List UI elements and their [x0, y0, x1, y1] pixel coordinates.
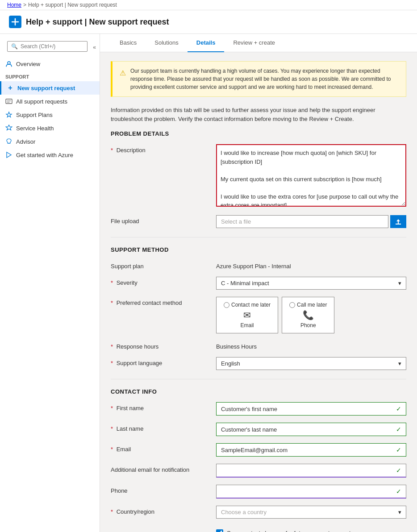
first-name-row: * First name Customer's first name ✓ [111, 402, 406, 416]
first-name-control: Customer's first name ✓ [216, 402, 406, 416]
phone-input[interactable]: ✓ [216, 485, 406, 499]
sidebar-item-new-support-label: New support request [17, 85, 75, 91]
contact-email-sublabel: Email [241, 322, 254, 328]
file-browse-button[interactable] [390, 215, 406, 228]
first-name-required-star: * [111, 405, 113, 411]
last-name-check-icon: ✓ [396, 426, 401, 433]
response-hours-required-star: * [111, 343, 113, 350]
file-upload-label: File upload [111, 215, 209, 224]
support-language-row: * Support language English ▾ [111, 357, 406, 370]
sidebar-item-get-started-label: Get started with Azure [16, 152, 73, 158]
sidebar-item-service-health-label: Service Health [16, 125, 54, 132]
breadcrumb-home[interactable]: Home [7, 2, 21, 8]
last-name-input[interactable]: Customer's last name ✓ [216, 423, 406, 436]
save-contact-row: Save contact changes for future support … [111, 526, 406, 532]
save-contact-control: Save contact changes for future support … [216, 526, 406, 532]
country-control: Choose a country ▾ [216, 506, 406, 519]
file-upload-input-row: Select a file [216, 215, 406, 228]
support-language-chevron-icon: ▾ [398, 360, 401, 367]
phone-label: Phone [111, 485, 209, 494]
file-placeholder: Select a file [221, 218, 251, 225]
contact-phone-card[interactable]: Call me later 📞 Phone [282, 297, 334, 333]
last-name-value: Customer's last name [221, 426, 277, 433]
sidebar-item-get-started[interactable]: Get started with Azure [0, 148, 100, 162]
file-upload-control: Select a file [216, 215, 406, 228]
severity-dropdown[interactable]: C - Minimal impact ▾ [216, 277, 406, 290]
country-dropdown[interactable]: Choose a country ▾ [216, 506, 406, 519]
email-control: SampleEmail@gmail.com ✓ [216, 443, 406, 457]
file-upload-row: File upload Select a file [111, 215, 406, 228]
support-language-dropdown[interactable]: English ▾ [216, 357, 406, 370]
last-name-required-star: * [111, 425, 113, 432]
search-box[interactable]: 🔍 [7, 41, 88, 52]
advisor-icon [5, 138, 13, 145]
main-content: Basics Solutions Details Review + create… [100, 34, 417, 532]
contact-email-card[interactable]: Contact me later ✉ Email [216, 297, 278, 333]
email-value: SampleEmail@gmail.com [221, 447, 288, 453]
service-health-icon [5, 125, 13, 132]
description-row: * Description I would like to increase [… [111, 144, 406, 208]
save-contact-label: Save contact changes for future support … [227, 530, 355, 532]
support-plan-value: Azure Support Plan - Internal [216, 260, 406, 270]
country-row: * Country/region Choose a country ▾ [111, 506, 406, 519]
additional-email-row: Additional email for notification ✓ [111, 464, 406, 478]
tab-details[interactable]: Details [188, 34, 225, 52]
get-started-icon [5, 151, 13, 158]
page-title: Help + support | New support request [26, 17, 169, 27]
section-divider-1 [111, 237, 406, 237]
sidebar-item-advisor-label: Advisor [16, 138, 35, 145]
sidebar-item-overview[interactable]: Overview [0, 57, 100, 71]
contact-phone-radio[interactable] [289, 302, 295, 308]
sidebar-collapse-button[interactable]: « [93, 44, 96, 50]
email-required-star: * [111, 446, 113, 453]
sidebar-item-support-plans[interactable]: Support Plans [0, 108, 100, 121]
country-chevron-icon: ▾ [398, 509, 401, 515]
sidebar-item-advisor[interactable]: Advisor [0, 135, 100, 148]
tabs: Basics Solutions Details Review + create [100, 34, 417, 52]
email-icon: ✉ [243, 310, 251, 320]
search-input[interactable] [21, 43, 83, 50]
contact-email-later-label: Contact me later [231, 302, 271, 308]
first-name-check-icon: ✓ [396, 405, 401, 412]
phone-check-icon: ✓ [396, 488, 401, 495]
contact-info-header: CONTACT INFO [111, 388, 406, 395]
section-divider-2 [111, 379, 406, 379]
contact-call-later-label: Call me later [297, 302, 327, 308]
tab-review-create[interactable]: Review + create [224, 34, 284, 52]
phone-row: Phone ✓ [111, 485, 406, 499]
first-name-label: * First name [111, 402, 209, 411]
sidebar-item-new-support[interactable]: + New support request [0, 81, 100, 95]
breadcrumb-current: Help + support | New support request [28, 2, 117, 8]
additional-email-check-icon: ✓ [396, 467, 401, 474]
severity-value: C - Minimal impact [221, 280, 269, 287]
new-support-icon: + [7, 84, 14, 91]
save-contact-checkbox[interactable] [216, 529, 223, 532]
country-required-star: * [111, 508, 113, 515]
contact-email-radio[interactable] [224, 302, 229, 308]
contact-method-control: Contact me later ✉ Email Call me later 📞 [216, 297, 406, 333]
alert-box: ⚠ Our support team is currently handling… [111, 61, 406, 97]
svg-point-0 [8, 62, 10, 64]
response-hours-label: * Response hours [111, 341, 209, 350]
description-textarea[interactable]: I would like to increase [how much quota… [216, 144, 406, 207]
last-name-control: Customer's last name ✓ [216, 423, 406, 436]
sidebar-item-service-health[interactable]: Service Health [0, 121, 100, 135]
additional-email-label: Additional email for notification [111, 464, 209, 473]
support-language-control: English ▾ [216, 357, 406, 370]
page-header-icon [9, 16, 21, 28]
email-label: * Email [111, 443, 209, 453]
tab-solutions[interactable]: Solutions [146, 34, 187, 52]
contact-method-label: * Preferred contact method [111, 297, 209, 306]
tab-basics[interactable]: Basics [111, 34, 146, 52]
description-label: * Description [111, 144, 209, 154]
alert-text: Our support team is currently handling a… [130, 67, 399, 91]
sidebar-item-all-support[interactable]: All support requests [0, 95, 100, 108]
additional-email-input[interactable]: ✓ [216, 464, 406, 478]
sidebar-item-overview-label: Overview [16, 61, 40, 67]
email-input[interactable]: SampleEmail@gmail.com ✓ [216, 443, 406, 457]
severity-control: C - Minimal impact ▾ [216, 277, 406, 290]
sidebar-section-support: Support [0, 71, 100, 81]
file-input[interactable]: Select a file [216, 215, 388, 228]
contact-method-row: * Preferred contact method Contact me la… [111, 297, 406, 333]
first-name-input[interactable]: Customer's first name ✓ [216, 402, 406, 416]
